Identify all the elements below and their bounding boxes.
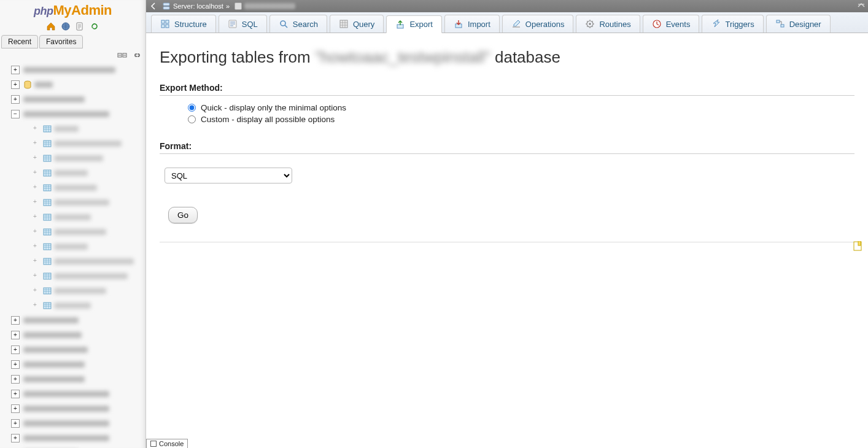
- tab-triggers[interactable]: Triggers: [702, 15, 763, 33]
- tab-query[interactable]: Query: [330, 15, 384, 33]
- go-button[interactable]: Go: [168, 207, 198, 223]
- expand-icon[interactable]: +: [31, 139, 39, 148]
- table-icon: [43, 169, 52, 177]
- collapse-icon[interactable]: −: [11, 110, 20, 118]
- expand-icon[interactable]: +: [11, 346, 20, 354]
- expand-icon[interactable]: +: [31, 154, 39, 163]
- tree-table[interactable]: +: [11, 269, 145, 284]
- table-icon: [43, 125, 52, 133]
- tree-db[interactable]: +: [11, 416, 145, 431]
- tree-table[interactable]: +: [11, 298, 145, 313]
- expand-icon[interactable]: +: [31, 183, 39, 192]
- expand-icon[interactable]: +: [31, 301, 39, 310]
- tree-db-expanded[interactable]: −: [11, 107, 145, 122]
- expand-icon[interactable]: +: [11, 316, 20, 325]
- tab-routines[interactable]: Routines: [576, 15, 640, 33]
- tree-table[interactable]: +: [11, 166, 145, 180]
- tree-table[interactable]: +: [11, 122, 145, 136]
- table-icon: [43, 287, 52, 295]
- tree-db[interactable]: +: [11, 63, 145, 77]
- radio-quick-input[interactable]: [188, 104, 196, 112]
- tree-db[interactable]: +: [11, 313, 145, 328]
- link-icon[interactable]: [132, 50, 142, 60]
- expand-icon[interactable]: +: [11, 390, 20, 398]
- tree-table[interactable]: +: [11, 239, 145, 254]
- collapse-topbar-icon[interactable]: [857, 1, 866, 11]
- tree-db[interactable]: +: [11, 357, 145, 372]
- expand-icon[interactable]: +: [31, 198, 39, 207]
- tab-label: Export: [409, 20, 433, 29]
- svg-rect-11: [44, 214, 51, 220]
- globe-icon[interactable]: [61, 21, 71, 31]
- expand-icon[interactable]: +: [11, 375, 20, 384]
- expand-icon[interactable]: +: [31, 257, 39, 266]
- sidebar-tab-recent[interactable]: Recent: [1, 35, 38, 48]
- expand-icon[interactable]: +: [11, 434, 20, 442]
- table-icon: [43, 272, 52, 280]
- expand-icon[interactable]: +: [31, 272, 39, 280]
- expand-icon[interactable]: +: [11, 95, 20, 104]
- tab-events[interactable]: Events: [643, 15, 700, 33]
- tab-designer[interactable]: Designer: [766, 15, 831, 33]
- back-icon[interactable]: [150, 2, 157, 10]
- sidebar-tab-favorites[interactable]: Favorites: [39, 35, 83, 48]
- tree-table[interactable]: +: [11, 195, 145, 210]
- collapse-all-icon[interactable]: [117, 50, 127, 60]
- console-icon: [150, 441, 157, 447]
- expand-icon[interactable]: +: [11, 419, 20, 428]
- tree-table[interactable]: +: [11, 225, 145, 239]
- tree-db[interactable]: +: [11, 372, 145, 387]
- tree-db[interactable]: +: [11, 431, 145, 446]
- events-icon: [652, 19, 662, 29]
- expand-icon[interactable]: +: [31, 228, 39, 236]
- console-toggle[interactable]: Console: [146, 439, 188, 448]
- radio-custom-input[interactable]: [188, 115, 196, 123]
- expand-icon[interactable]: +: [11, 80, 20, 89]
- tree-db[interactable]: +: [11, 401, 145, 416]
- refresh-icon[interactable]: [90, 21, 99, 31]
- tab-search[interactable]: Search: [269, 15, 327, 33]
- operations-icon: [511, 19, 521, 29]
- breadcrumb-database[interactable]: [244, 3, 295, 9]
- expand-icon[interactable]: +: [11, 331, 20, 339]
- tree-db[interactable]: +: [11, 446, 145, 448]
- tab-export[interactable]: Export: [386, 15, 442, 33]
- tab-operations[interactable]: Operations: [502, 15, 574, 33]
- expand-icon[interactable]: +: [31, 287, 39, 295]
- tree-table[interactable]: +: [11, 210, 145, 225]
- tab-structure[interactable]: Structure: [151, 15, 216, 33]
- tree-db[interactable]: +: [11, 92, 145, 107]
- svg-rect-34: [781, 25, 784, 27]
- tree-table[interactable]: +: [11, 180, 145, 195]
- tree-db[interactable]: +: [11, 77, 145, 92]
- export-method-custom[interactable]: Custom - display all possible options: [188, 115, 854, 124]
- expand-icon[interactable]: +: [11, 360, 20, 369]
- structure-icon: [160, 19, 170, 29]
- svg-point-31: [589, 23, 592, 25]
- tab-sql[interactable]: SQL: [219, 15, 267, 33]
- expand-icon[interactable]: +: [31, 125, 39, 133]
- tab-import[interactable]: Import: [444, 15, 500, 33]
- home-icon[interactable]: [46, 21, 56, 31]
- expand-icon[interactable]: +: [31, 242, 39, 251]
- tree-table[interactable]: +: [11, 136, 145, 151]
- server-icon: [162, 2, 171, 10]
- expand-icon[interactable]: +: [31, 213, 39, 222]
- breadcrumb-server[interactable]: Server: localhost: [173, 2, 223, 10]
- export-method-quick[interactable]: Quick - display only the minimal options: [188, 103, 854, 112]
- tree-db[interactable]: +: [11, 328, 145, 342]
- expand-icon[interactable]: +: [11, 404, 20, 413]
- doc-icon[interactable]: [75, 21, 85, 31]
- tree-db[interactable]: +: [11, 387, 145, 401]
- expand-icon[interactable]: +: [31, 169, 39, 177]
- tree-table[interactable]: +: [11, 254, 145, 269]
- database-icon: [234, 2, 242, 10]
- sql-icon: [228, 19, 238, 29]
- tree-db[interactable]: +: [11, 342, 145, 357]
- tree-table[interactable]: +: [11, 151, 145, 166]
- svg-rect-18: [163, 3, 169, 6]
- format-select[interactable]: SQL: [165, 168, 292, 183]
- bookmark-icon[interactable]: [853, 241, 862, 253]
- expand-icon[interactable]: +: [11, 66, 20, 74]
- tree-table[interactable]: +: [11, 284, 145, 298]
